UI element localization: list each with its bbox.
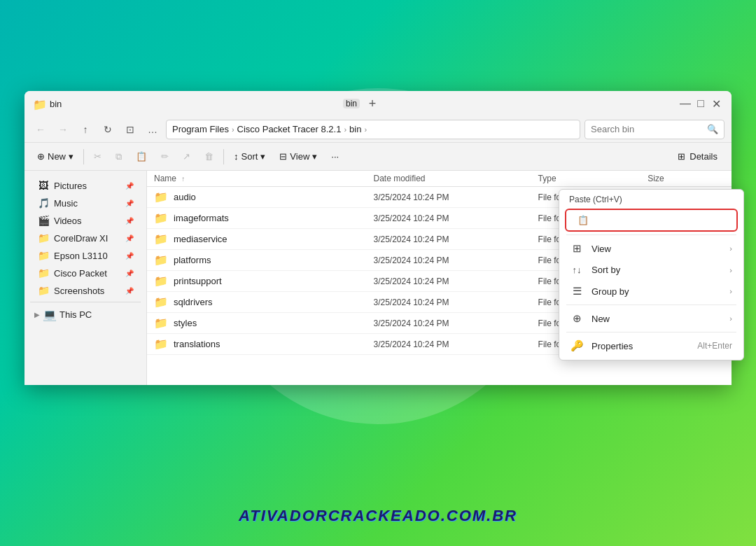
search-box[interactable]: 🔍 — [584, 120, 724, 139]
tab-label[interactable]: bin — [343, 99, 360, 108]
sidebar-item-label: Pictures — [54, 181, 87, 191]
view-grid-icon: ⊞ — [570, 242, 583, 255]
folder-icon: 📁 — [154, 337, 168, 351]
folder-icon: 📁 — [154, 274, 168, 288]
share-button[interactable]: ↗ — [177, 148, 196, 164]
videos-icon: 🎬 — [37, 215, 50, 226]
file-date: 3/25/2024 10:24 PM — [373, 255, 538, 265]
paste-label-row: Paste (Ctrl+V) — [559, 192, 743, 206]
title-bar: 📁 bin bin + — □ ✕ — [24, 91, 732, 116]
context-view-label: View — [592, 244, 721, 254]
sidebar-item-screenshots[interactable]: 📁 Screenshots 📌 — [27, 282, 144, 299]
folder-icon: 📁 — [154, 295, 168, 309]
file-date: 3/25/2024 10:24 PM — [373, 214, 538, 223]
plus-icon: ⊕ — [37, 151, 45, 162]
paste-label-text: Paste (Ctrl+V) — [569, 195, 622, 204]
file-list-header: Name ↑ Date modified Type Size — [147, 171, 732, 187]
sidebar-item-pictures[interactable]: 🖼 Pictures 📌 — [27, 177, 144, 194]
cut-button[interactable]: ✂ — [88, 148, 107, 164]
up-button[interactable]: ↑ — [76, 120, 94, 139]
view-arrow-icon: › — [729, 244, 732, 253]
breadcrumb-bin[interactable]: bin — [349, 124, 361, 134]
pin-icon-1: 📌 — [125, 200, 134, 207]
breadcrumb-program-files[interactable]: Program Files — [172, 124, 229, 134]
maximize-button[interactable]: □ — [694, 99, 708, 108]
forward-button[interactable]: → — [54, 120, 72, 139]
toolbar: ⊕ New ▾ ✂ ⧉ 📋 ✏ ↗ 🗑 ↕ Sort ▾ ⊟ View ▾ ··… — [24, 143, 732, 171]
sort-icon: ↕ — [234, 151, 239, 162]
col-header-type[interactable]: Type — [538, 174, 648, 183]
copy-button[interactable]: ⧉ — [110, 148, 127, 165]
new-arrow-icon: ▾ — [69, 151, 74, 162]
sort-button[interactable]: ↕ Sort ▾ — [228, 148, 271, 164]
more-toolbar-button[interactable]: ··· — [326, 148, 344, 164]
sidebar-item-cisco[interactable]: 📁 Cisco Packet 📌 — [27, 265, 144, 281]
rename-button[interactable]: ✏ — [155, 148, 174, 164]
file-date: 3/25/2024 10:24 PM — [373, 298, 538, 307]
epson-folder-icon: 📁 — [37, 250, 50, 261]
sort-arrow-icon: › — [729, 266, 732, 274]
refresh-button[interactable]: ↻ — [99, 120, 117, 139]
context-div-3 — [566, 332, 736, 332]
pin-icon-4: 📌 — [125, 252, 134, 260]
sidebar-item-label: Screenshots — [54, 286, 104, 296]
new-arrow-icon: › — [729, 314, 732, 323]
file-date: 3/25/2024 10:24 PM — [373, 234, 538, 244]
minimize-button[interactable]: — — [678, 99, 692, 108]
view-icon: ⊟ — [279, 151, 287, 162]
more-nav-button[interactable]: … — [144, 120, 162, 139]
context-new[interactable]: ⊕ New › — [559, 307, 743, 330]
context-sort-by[interactable]: ↑↓ Sort by › — [559, 260, 743, 280]
paste-clipboard-icon: 📋 — [578, 215, 589, 225]
col-header-size[interactable]: Size — [648, 174, 724, 183]
sidebar-item-epson[interactable]: 📁 Epson L3110 📌 — [27, 247, 144, 264]
delete-button[interactable]: 🗑 — [199, 148, 219, 164]
new-button[interactable]: ⊕ New ▾ — [31, 148, 79, 164]
context-view[interactable]: ⊞ View › — [559, 237, 743, 260]
toolbar-sep-1 — [83, 149, 84, 164]
sidebar-item-videos[interactable]: 🎬 Videos 📌 — [27, 212, 144, 229]
details-toggle[interactable]: ⊞ Details — [671, 148, 724, 164]
folder-icon: 📁 — [154, 190, 168, 204]
details-label: Details — [690, 151, 718, 162]
breadcrumb-sep-2: › — [344, 125, 346, 134]
file-name: styles — [174, 318, 197, 328]
breadcrumb-sep-1: › — [232, 125, 234, 134]
back-button[interactable]: ← — [31, 120, 50, 139]
col-header-date[interactable]: Date modified — [373, 174, 538, 183]
new-tab-button[interactable]: + — [365, 99, 379, 108]
col-header-name[interactable]: Name ↑ — [154, 174, 373, 183]
context-div-2 — [566, 304, 736, 305]
context-group-by[interactable]: ☰ Group by › — [559, 280, 743, 302]
view-history-button[interactable]: ⊡ — [121, 120, 139, 139]
context-properties[interactable]: 🔑 Properties Alt+Enter — [559, 335, 743, 357]
sidebar-item-music[interactable]: 🎵 Music 📌 — [27, 195, 144, 211]
file-name: mediaservice — [174, 234, 227, 244]
context-div-1 — [566, 234, 736, 235]
new-label: New — [48, 151, 66, 162]
folder-icon: 📁 — [154, 316, 168, 330]
close-button[interactable]: ✕ — [709, 99, 723, 108]
sidebar-item-this-pc[interactable]: ▶ 💻 This PC — [24, 305, 146, 324]
paste-button-context[interactable]: 📋 — [566, 210, 736, 230]
search-input[interactable] — [591, 124, 703, 134]
properties-shortcut: Alt+Enter — [697, 341, 732, 351]
coreldraw-folder-icon: 📁 — [37, 232, 50, 244]
sidebar-item-label: Epson L3110 — [54, 251, 108, 261]
file-name: printsupport — [174, 276, 222, 286]
file-date: 3/25/2024 10:24 PM — [373, 340, 538, 349]
file-name: sqldrivers — [174, 297, 213, 307]
sidebar-item-label: Cisco Packet — [54, 268, 107, 279]
breadcrumb[interactable]: Program Files › Cisco Packet Tracer 8.2.… — [166, 120, 580, 139]
file-name: platforms — [174, 255, 211, 265]
file-date: 3/25/2024 10:24 PM — [373, 192, 538, 202]
context-sort-label: Sort by — [592, 265, 721, 275]
sidebar-item-coreldraw[interactable]: 📁 CorelDraw XI 📌 — [27, 230, 144, 246]
view-button[interactable]: ⊟ View ▾ — [274, 148, 323, 164]
file-date: 3/25/2024 10:24 PM — [373, 276, 538, 286]
sidebar-divider — [30, 302, 141, 302]
pin-icon-2: 📌 — [125, 217, 134, 225]
breadcrumb-cisco[interactable]: Cisco Packet Tracer 8.2.1 — [237, 124, 342, 134]
group-arrow-icon: › — [729, 287, 732, 295]
paste-button[interactable]: 📋 — [130, 148, 153, 164]
